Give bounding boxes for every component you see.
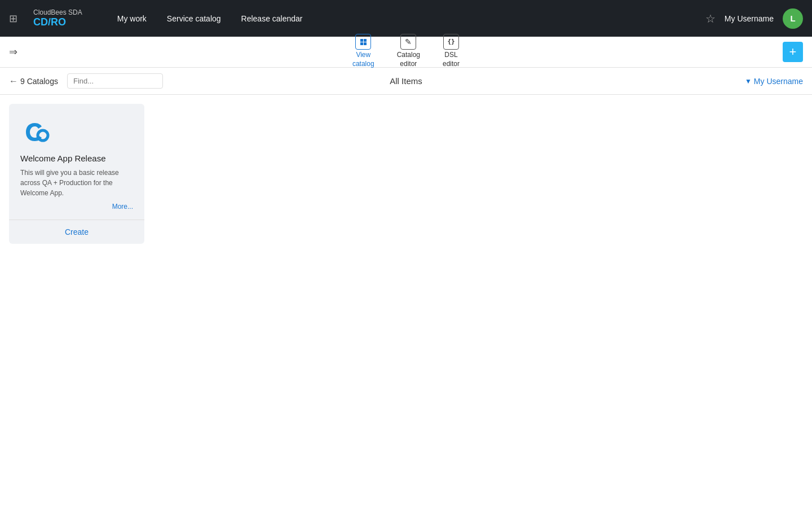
card-description: This will give you a basic release acros…: [20, 168, 133, 198]
nav-right: ☆ My Username L: [705, 8, 803, 29]
toolbar: ⇒ View catalog ✎ Catalog edi: [0, 37, 812, 68]
back-to-catalogs[interactable]: ← 9 Catalogs: [9, 76, 58, 86]
favorite-icon[interactable]: ☆: [705, 12, 716, 25]
add-button[interactable]: +: [783, 42, 803, 62]
brand-sub: CD/RO: [33, 16, 82, 29]
svg-point-0: [38, 130, 48, 141]
card-icon-area: [9, 104, 144, 154]
nav-links: My work Service catalog Release calendar: [109, 10, 692, 28]
dsl-editor-icon: {}: [443, 34, 459, 50]
filter-username: My Username: [754, 77, 803, 86]
toolbar-right: +: [783, 42, 803, 62]
search-container: [67, 73, 163, 89]
chevron-down-icon: ▼: [745, 77, 752, 85]
cloudbees-logo-icon: [23, 117, 52, 147]
card-body: Welcome App Release This will give you a…: [9, 154, 144, 220]
menu-toggle-icon[interactable]: ⇒: [9, 46, 17, 58]
view-catalog-icon: [355, 34, 371, 50]
nav-release-calendar[interactable]: Release calendar: [233, 10, 311, 28]
nav-service-catalog[interactable]: Service catalog: [159, 10, 229, 28]
grid-apps-icon[interactable]: ⊞: [9, 12, 17, 25]
card-more-link[interactable]: More...: [20, 203, 133, 211]
search-input[interactable]: [67, 73, 163, 89]
brand: CloudBees SDA CD/RO: [33, 8, 82, 29]
create-link[interactable]: Create: [65, 227, 89, 236]
card-title: Welcome App Release: [20, 154, 133, 163]
catalog-editor-icon: ✎: [400, 34, 416, 50]
nav-username[interactable]: My Username: [725, 14, 774, 23]
card-create-area: Create: [9, 220, 144, 244]
toolbar-left: ⇒: [9, 46, 17, 58]
breadcrumb-bar: ← 9 Catalogs All Items ▼ My Username: [0, 68, 812, 95]
brand-title: CloudBees SDA: [33, 8, 82, 16]
catalog-card: Welcome App Release This will give you a…: [9, 104, 144, 244]
items-grid: Welcome App Release This will give you a…: [0, 95, 812, 253]
user-avatar[interactable]: L: [783, 8, 803, 29]
main-content: Welcome App Release This will give you a…: [0, 95, 812, 253]
nav-my-work[interactable]: My work: [109, 10, 155, 28]
user-filter[interactable]: ▼ My Username: [745, 77, 803, 86]
catalogs-count: 9 Catalogs: [20, 77, 58, 86]
page-title: All Items: [390, 76, 422, 86]
back-arrow-icon: ←: [9, 76, 18, 86]
